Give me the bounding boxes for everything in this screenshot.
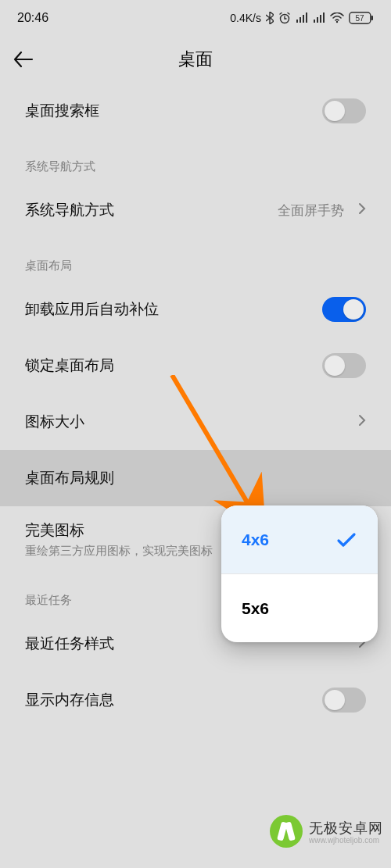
section-nav: 系统导航方式	[0, 139, 391, 182]
toggle-lock-layout[interactable]	[322, 353, 366, 378]
status-bar: 20:46 0.4K/s 57	[0, 0, 391, 36]
toggle-auto-fill[interactable]	[322, 297, 366, 322]
wifi-icon	[330, 13, 344, 23]
net-speed: 0.4K/s	[230, 12, 261, 24]
svg-point-1	[336, 21, 338, 23]
watermark-url: www.wjhoteljob.com	[309, 836, 383, 845]
row-icon-size[interactable]: 图标大小	[0, 394, 391, 450]
row-lock-layout[interactable]: 锁定桌面布局	[0, 338, 391, 394]
row-layout-rule[interactable]: 桌面布局规则	[0, 450, 391, 506]
header: 桌面	[0, 36, 391, 83]
popup-option-4x6[interactable]: 4x6	[221, 505, 378, 573]
watermark-logo	[270, 815, 303, 848]
toggle-desktop-search[interactable]	[322, 98, 366, 123]
svg-rect-3	[371, 16, 374, 20]
alarm-icon	[278, 12, 291, 24]
row-value: 全面屏手势	[278, 202, 344, 220]
page-title: 桌面	[0, 48, 391, 71]
chevron-right-icon	[358, 202, 366, 218]
signal-icon-2	[313, 13, 325, 23]
watermark-brand: 无极安卓网	[309, 819, 383, 838]
row-title: 图标大小	[25, 412, 344, 432]
status-right: 0.4K/s 57	[230, 12, 374, 24]
back-button[interactable]	[0, 36, 47, 83]
svg-text:57: 57	[355, 14, 364, 23]
section-layout: 桌面布局	[0, 238, 391, 281]
layout-rule-popup: 4x6 5x6	[221, 505, 378, 642]
option-label: 4x6	[242, 530, 269, 549]
row-title: 锁定桌面布局	[25, 355, 311, 376]
toggle-mem-info[interactable]	[322, 688, 366, 713]
row-nav-mode[interactable]: 系统导航方式 全面屏手势	[0, 182, 391, 238]
chevron-right-icon	[358, 414, 366, 430]
row-title: 卸载应用后自动补位	[25, 299, 311, 320]
status-time: 20:46	[17, 11, 48, 25]
check-icon	[335, 529, 357, 551]
row-auto-fill[interactable]: 卸载应用后自动补位	[0, 281, 391, 338]
battery-icon: 57	[349, 12, 374, 24]
row-title: 桌面搜索框	[25, 101, 311, 121]
watermark: 无极安卓网 www.wjhoteljob.com	[270, 815, 383, 848]
row-desktop-search[interactable]: 桌面搜索框	[0, 83, 391, 139]
signal-icon-1	[296, 13, 308, 23]
option-label: 5x6	[242, 599, 269, 618]
row-title: 桌面布局规则	[25, 468, 366, 488]
row-title: 显示内存信息	[25, 690, 311, 710]
bluetooth-icon	[266, 12, 274, 24]
row-mem-info[interactable]: 显示内存信息	[0, 672, 391, 728]
row-title: 系统导航方式	[25, 200, 267, 220]
arrow-left-icon	[13, 49, 34, 70]
popup-option-5x6[interactable]: 5x6	[221, 574, 378, 642]
